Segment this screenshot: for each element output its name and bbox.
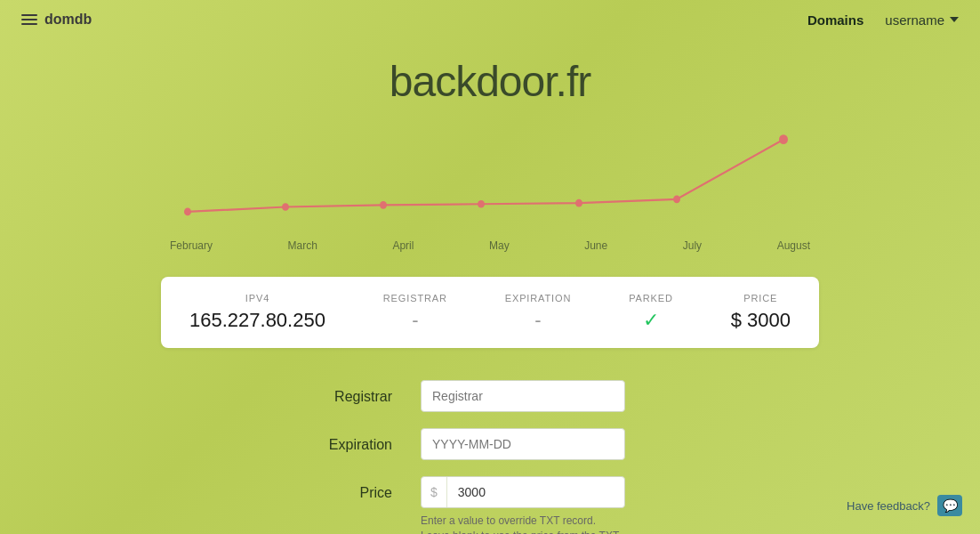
- chart-label-aug: August: [777, 239, 810, 252]
- svg-point-2: [380, 201, 387, 209]
- info-card: IPV4 165.227.80.250 REGISTRAR - EXPIRATI…: [161, 277, 819, 348]
- domain-form: Registrar Expiration Price $ Enter a val…: [250, 380, 730, 534]
- nav-right: Domains username: [807, 12, 959, 28]
- nav-domains-link[interactable]: Domains: [807, 12, 864, 28]
- traffic-chart: [161, 120, 819, 236]
- price-label: PRICE: [743, 293, 777, 303]
- price-input[interactable]: [447, 477, 624, 507]
- domain-title: backdoor.fr: [390, 57, 590, 106]
- registrar-input-wrap: [421, 380, 730, 412]
- ipv4-value: 165.227.80.250: [189, 309, 325, 332]
- info-parked: PARKED ✓: [629, 293, 673, 332]
- registrar-value: -: [412, 309, 418, 332]
- price-input-wrap: $ Enter a value to override TXT record. …: [421, 476, 730, 534]
- expiration-form-label: Expiration: [250, 428, 392, 453]
- main-content: backdoor.fr February March April May Jun…: [0, 39, 980, 534]
- svg-point-6: [779, 134, 788, 144]
- svg-point-5: [673, 196, 680, 204]
- form-row-registrar: Registrar: [250, 380, 730, 412]
- ipv4-label: IPV4: [245, 293, 269, 303]
- feedback-label: Have feedback?: [847, 499, 930, 513]
- registrar-label: REGISTRAR: [383, 293, 447, 303]
- chart-label-feb: February: [170, 239, 213, 252]
- info-price: PRICE $ 3000: [731, 293, 791, 332]
- feedback-chat-icon[interactable]: 💬: [937, 495, 962, 516]
- svg-point-3: [478, 200, 485, 208]
- svg-point-4: [575, 199, 582, 207]
- form-row-price: Price $ Enter a value to override TXT re…: [250, 476, 730, 534]
- price-input-container: $: [421, 476, 625, 508]
- expiration-value: -: [534, 309, 541, 332]
- app-logo: domdb: [44, 12, 92, 28]
- logo-area[interactable]: domdb: [21, 12, 92, 28]
- svg-point-0: [184, 208, 191, 216]
- chevron-down-icon: [950, 17, 959, 22]
- price-value: $ 3000: [731, 309, 791, 332]
- price-form-label: Price: [250, 476, 392, 501]
- price-hint: Enter a value to override TXT record. Le…: [421, 514, 625, 534]
- nav-user-menu[interactable]: username: [885, 12, 959, 28]
- svg-point-1: [282, 203, 289, 211]
- info-ipv4: IPV4 165.227.80.250: [189, 293, 325, 332]
- registrar-input[interactable]: [421, 380, 625, 412]
- registrar-form-label: Registrar: [250, 380, 392, 405]
- navbar: domdb Domains username: [0, 0, 980, 39]
- menu-icon[interactable]: [21, 14, 37, 25]
- chart-label-apr: April: [392, 239, 414, 252]
- nav-username: username: [885, 12, 944, 28]
- info-expiration: EXPIRATION -: [505, 293, 572, 332]
- chart-label-may: May: [489, 239, 510, 252]
- expiration-input[interactable]: [421, 428, 625, 460]
- info-registrar: REGISTRAR -: [383, 293, 447, 332]
- chart-label-jun: June: [584, 239, 607, 252]
- form-row-expiration: Expiration: [250, 428, 730, 460]
- feedback-widget[interactable]: Have feedback? 💬: [847, 495, 962, 516]
- parked-check-icon: ✓: [643, 309, 659, 332]
- expiration-input-wrap: [421, 428, 730, 460]
- chart-label-mar: March: [288, 239, 317, 252]
- chart-label-jul: July: [683, 239, 702, 252]
- chart-x-labels: February March April May June July Augus…: [161, 239, 819, 252]
- price-prefix: $: [422, 477, 447, 507]
- parked-label: PARKED: [629, 293, 673, 303]
- expiration-label: EXPIRATION: [505, 293, 572, 303]
